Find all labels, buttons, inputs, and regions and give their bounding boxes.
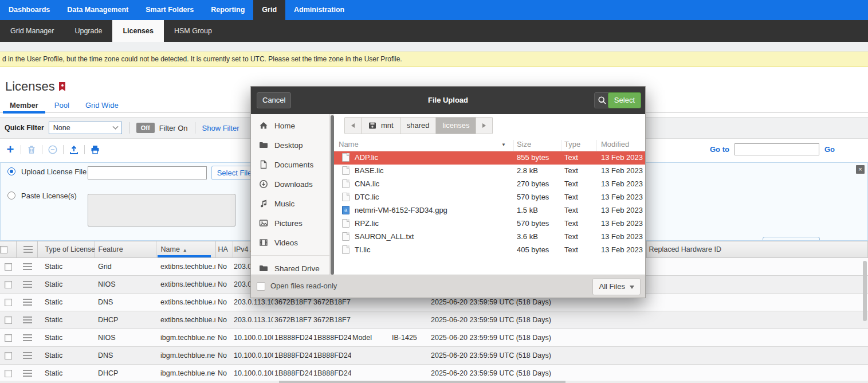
table-row[interactable]: StaticDNSibgm.techblue.netNo10.100.0.100… <box>0 347 868 365</box>
cell-type: Static <box>37 347 95 365</box>
row-checkbox[interactable] <box>5 299 12 306</box>
license-file-input[interactable] <box>88 166 207 179</box>
quick-filter-select[interactable]: None <box>49 122 122 134</box>
file-modified: 13 Feb 2023 <box>601 166 643 175</box>
column-header-name[interactable]: Name▲ <box>156 241 215 258</box>
column-divider <box>561 140 561 151</box>
add-icon[interactable]: + <box>5 144 16 155</box>
breadcrumb-drive[interactable]: mnt <box>362 117 400 134</box>
bookmark-icon[interactable] <box>59 82 65 91</box>
row-menu-icon[interactable] <box>23 299 32 300</box>
sidebar-item-music[interactable]: Music <box>251 194 329 213</box>
file-name: CNA.lic <box>355 179 379 188</box>
column-header-feature[interactable]: Feature <box>95 241 156 258</box>
scrollbar-thumb[interactable] <box>331 115 334 275</box>
column-name[interactable]: Name <box>339 140 359 148</box>
row-menu-cell <box>16 347 37 365</box>
nav-item-grid[interactable]: Grid <box>253 0 285 20</box>
file-type: Text <box>564 179 578 188</box>
paste-license-radio[interactable] <box>7 192 15 200</box>
row-checkbox[interactable] <box>5 352 12 359</box>
disable-icon[interactable] <box>47 144 58 155</box>
row-menu-icon[interactable] <box>23 316 32 318</box>
sidebar-item-desktop[interactable]: Desktop <box>251 135 329 155</box>
nav-item-dashboards[interactable]: Dashboards <box>0 0 58 20</box>
row-menu-icon[interactable] <box>23 263 32 264</box>
breadcrumb-back-button[interactable] <box>344 117 362 134</box>
cell-limt: Model <box>351 329 391 347</box>
column-header-ha[interactable]: HA <box>215 241 233 258</box>
table-row[interactable]: StaticDHCPextibns.techblue.n…No203.0.113… <box>0 311 868 329</box>
column-type[interactable]: Type <box>564 140 580 148</box>
row-menu-icon[interactable] <box>23 281 32 282</box>
cell-ipv4: 10.100.0.100 <box>233 347 273 365</box>
cell-feature: Grid <box>95 258 156 276</box>
file-row-adp-lic[interactable]: ADP.lic855 bytesText13 Feb 2023 <box>334 151 645 165</box>
nav-item-administration[interactable]: Administration <box>285 0 353 20</box>
file-row-sauron-all-txt[interactable]: SAURON_ALL.txt3.6 kBText13 Feb 2023 <box>334 230 645 244</box>
filter-toggle-off[interactable]: Off <box>136 123 155 133</box>
goto-input[interactable] <box>735 143 819 155</box>
row-menu-icon[interactable] <box>23 352 32 353</box>
cell-ha: No <box>215 276 233 294</box>
nav-item-reporting[interactable]: Reporting <box>202 0 253 20</box>
breadcrumb-forward-button[interactable] <box>476 117 493 134</box>
upload-license-file-radio[interactable] <box>7 167 15 175</box>
panel-collapse-grip[interactable] <box>763 237 820 240</box>
close-icon[interactable]: × <box>856 165 865 174</box>
print-icon[interactable] <box>89 144 101 155</box>
select-all-checkbox[interactable] <box>0 246 7 253</box>
read-only-checkbox[interactable] <box>257 282 265 291</box>
scrollbar-thumb[interactable] <box>279 381 565 383</box>
column-header-rep[interactable]: Replaced Hardware ID <box>646 241 868 258</box>
nav-item-smart-folders[interactable]: Smart Folders <box>137 0 202 20</box>
breadcrumb-shared[interactable]: shared <box>400 117 437 134</box>
sidebar-item-documents[interactable]: Documents <box>251 155 329 174</box>
file-row-dtc-lic[interactable]: DTC.lic570 bytesText13 Feb 2023 <box>334 191 645 204</box>
row-checkbox[interactable] <box>5 370 12 377</box>
subnav-item-hsm-group[interactable]: HSM Group <box>164 20 222 42</box>
cell-hw2: 1B888FD244D… <box>312 329 351 347</box>
delete-icon[interactable] <box>26 144 37 155</box>
tab-member[interactable]: Member <box>2 99 46 113</box>
column-size[interactable]: Size <box>517 140 531 148</box>
sidebar-item-downloads[interactable]: Downloads <box>251 174 329 194</box>
row-select-cell <box>0 329 16 347</box>
row-menu-icon[interactable] <box>23 370 32 371</box>
cell-ipv4: 10.100.0.100 <box>233 365 273 382</box>
subnav-item-licenses[interactable]: Licenses <box>112 20 164 42</box>
row-menu-icon[interactable] <box>23 334 32 335</box>
column-modified[interactable]: Modified <box>601 140 629 148</box>
show-filter-link[interactable]: Show Filter <box>202 124 239 132</box>
row-checkbox[interactable] <box>5 263 12 271</box>
row-checkbox[interactable] <box>5 316 12 324</box>
subnav-item-grid-manager[interactable]: Grid Manager <box>0 20 64 42</box>
file-row-cna-lic[interactable]: CNA.lic270 bytesText13 Feb 2023 <box>334 178 645 191</box>
column-header-type[interactable]: Type of License <box>37 241 95 258</box>
file-row-rpz-lic[interactable]: RPZ.lic570 bytesText13 Feb 2023 <box>334 217 645 230</box>
file-row-base-lic[interactable]: BASE.lic2.8 kBText13 Feb 2023 <box>334 165 645 178</box>
upload-icon[interactable] <box>68 144 80 155</box>
tab-pool[interactable]: Pool <box>46 99 77 113</box>
breadcrumb-licenses[interactable]: licenses <box>436 117 476 134</box>
tab-grid-wide[interactable]: Grid Wide <box>77 99 127 113</box>
go-button[interactable]: Go <box>824 145 835 154</box>
row-checkbox[interactable] <box>5 334 12 342</box>
table-row[interactable]: StaticDHCPibgm.techblue.netNo10.100.0.10… <box>0 365 868 382</box>
row-checkbox[interactable] <box>5 281 12 288</box>
sidebar-item-pictures[interactable]: Pictures <box>251 213 329 233</box>
sidebar-item-videos[interactable]: Videos <box>251 233 329 252</box>
nav-item-data-management[interactable]: Data Management <box>58 0 137 20</box>
file-row-ti-lic[interactable]: TI.lic405 bytesText13 Feb 2023 <box>334 244 645 257</box>
menu-icon[interactable] <box>23 246 33 247</box>
file-type-filter-button[interactable]: All Files <box>592 278 641 295</box>
paste-license-textarea[interactable] <box>88 194 235 226</box>
sidebar-scrollbar[interactable] <box>330 114 334 276</box>
subnav-item-upgrade[interactable]: Upgrade <box>64 20 112 42</box>
table-row[interactable]: StaticNIOSibgm.techblue.netNo10.100.0.10… <box>0 329 868 347</box>
file-row-netmri-vm-6152-f3d34-gpg[interactable]: anetmri-VM-6152-F3D34.gpg1.5 kBText13 Fe… <box>334 204 645 217</box>
vertical-scrollbar[interactable] <box>863 261 867 321</box>
select-button[interactable]: Select <box>608 92 641 108</box>
horizontal-scrollbar[interactable] <box>0 381 868 383</box>
sidebar-item-home[interactable]: Home <box>251 116 329 135</box>
